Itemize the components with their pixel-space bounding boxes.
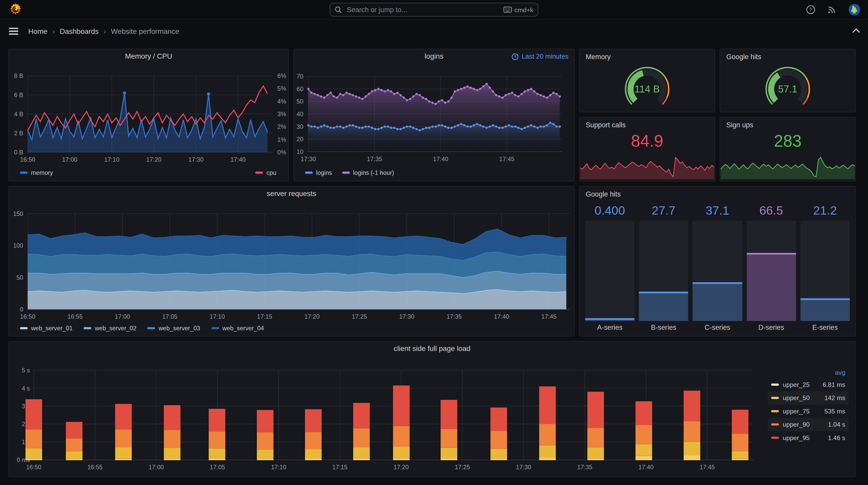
legend-item-web-server-03[interactable]: web_server_03: [148, 325, 200, 332]
logins-point: [470, 126, 472, 128]
client-load-chart[interactable]: 0 ms1 s2 s3 s4 s5 s16:5016:5517:0017:051…: [9, 342, 857, 478]
legend-item-memory[interactable]: memory: [20, 169, 53, 176]
logins-chart[interactable]: 1020304050607017:3017:3517:4017:45: [294, 49, 575, 182]
bar-gauge-column-E-series[interactable]: 21.2E-series: [800, 203, 850, 332]
panel-memory-cpu: Memory / CPU memorycpu 0 B2 B4 B6 B8 B16…: [8, 49, 289, 182]
legend-swatch: [148, 327, 155, 329]
x-tick-label: 17:05: [162, 313, 178, 320]
stacked-bar-segment-upper_50: [732, 459, 748, 460]
menu-toggle-icon[interactable]: [9, 28, 18, 35]
logins (-1 hour)-point: [555, 93, 558, 95]
stacked-bar-segment-upper_90: [26, 429, 42, 448]
legend-item-upper_90[interactable]: upper_901.04 s: [768, 418, 848, 431]
legend-swatch: [771, 437, 779, 439]
logins (-1 hour)-point: [393, 93, 396, 95]
stacked-bar-segment-upper_50: [393, 458, 409, 460]
bar-gauge-fill: [693, 282, 742, 321]
x-tick-label: 17:40: [230, 156, 246, 163]
stacked-bar-segment-upper_50: [209, 458, 225, 460]
stacked-bar-segment-upper_50: [66, 459, 83, 460]
stacked-bar-segment-upper_95: [115, 404, 132, 429]
grafana-logo-icon[interactable]: [9, 3, 22, 17]
breadcrumb-dashboards[interactable]: Dashboards: [60, 27, 98, 35]
help-icon[interactable]: ?: [806, 5, 815, 14]
bar-gauge-column-D-series[interactable]: 66.5D-series: [747, 203, 796, 332]
legend-label: logins (-1 hour): [353, 169, 394, 176]
y-right-tick-label: 2%: [277, 124, 286, 130]
logins (-1 hour)-point: [501, 97, 504, 99]
y-tick-label: 50: [297, 98, 303, 105]
panel-title-client-load[interactable]: client side full page load: [9, 344, 855, 353]
panel-title-google-hits-bars[interactable]: Google hits: [586, 190, 621, 198]
stacked-bar-segment-upper_50: [257, 459, 273, 460]
memory-series-point: [207, 92, 210, 96]
legend-item-cpu[interactable]: cpu: [255, 169, 276, 176]
panel-title-google-hits-gauge[interactable]: Google hits: [726, 53, 761, 61]
logins (-1 hour)-point: [473, 88, 475, 90]
stacked-bar-segment-upper_95: [684, 391, 700, 421]
legend-label: upper_50: [783, 395, 820, 401]
legend-item-upper_50[interactable]: upper_50142 ms: [768, 391, 848, 405]
y-tick-label: 20: [297, 136, 303, 142]
stacked-bar-segment-upper_75: [491, 449, 507, 459]
logins (-1 hour)-point: [521, 93, 523, 95]
legend-item-web-server-02[interactable]: web_server_02: [84, 325, 136, 332]
legend-item-upper_25[interactable]: upper_256.81 ms: [768, 378, 848, 391]
logins (-1 hour)-point: [540, 94, 542, 96]
stacked-bar-segment-upper_95: [353, 403, 370, 428]
y-right-tick-label: 6%: [277, 72, 286, 79]
x-tick-label: 17:20: [304, 313, 319, 320]
stacked-bar-segment-upper_95: [587, 392, 604, 428]
logins (-1 hour)-point: [342, 94, 345, 96]
panel-title-memory-cpu[interactable]: Memory / CPU: [9, 52, 288, 60]
legend-label: web_server_02: [95, 325, 136, 332]
search-box[interactable]: cmd+k: [330, 3, 538, 17]
logins-point: [400, 128, 402, 130]
user-avatar[interactable]: [848, 3, 861, 16]
panel-title-sign-ups[interactable]: Sign ups: [726, 121, 753, 129]
logins (-1 hour)-point: [383, 90, 386, 93]
logins (-1 hour)-point: [428, 100, 431, 103]
stacked-bar-segment-upper_75: [441, 448, 457, 459]
stacked-bar-segment-upper_90: [305, 432, 322, 449]
stacked-bar-segment-upper_50: [539, 458, 556, 460]
logins (-1 hour)-point: [330, 92, 332, 94]
stacked-bar-segment-upper_25: [164, 460, 180, 460]
time-range-link[interactable]: Last 20 minutes: [512, 53, 568, 60]
legend-client-load: avgupper_256.81 msupper_50142 msupper_75…: [768, 367, 848, 445]
logins (-1 hour)-point: [552, 92, 555, 94]
y-tick-label: 150: [13, 211, 23, 217]
stacked-bar-segment-upper_90: [115, 429, 132, 447]
web_server_01-band: [28, 290, 566, 310]
x-tick-label: 17:20: [394, 464, 409, 471]
bar-gauge-column-B-series[interactable]: 27.7B-series: [639, 203, 688, 332]
memory-cpu-chart[interactable]: 0 B2 B4 B6 B8 B16:5017:0017:1017:2017:30…: [9, 49, 289, 182]
logins (-1 hour)-point: [326, 94, 329, 96]
stacked-bar-segment-upper_90: [441, 429, 457, 448]
bar-gauge-column-A-series[interactable]: 0.400A-series: [585, 203, 634, 332]
panel-logins: logins Last 20 minutes loginslogins (-1 …: [293, 49, 575, 182]
legend-item-logins[interactable]: logins: [305, 169, 332, 176]
collapse-chevron-up-icon[interactable]: [852, 26, 860, 36]
bar-gauge-fill: [639, 292, 688, 321]
panel-title-server-requests[interactable]: server requests: [9, 189, 574, 198]
bar-gauge-column-C-series[interactable]: 37.1C-series: [693, 203, 742, 332]
legend-item-web-server-04[interactable]: web_server_04: [211, 325, 264, 332]
legend-label: web_server_04: [222, 325, 264, 332]
legend-item-upper_75[interactable]: upper_75535 ms: [768, 405, 848, 418]
legend-item-upper_95[interactable]: upper_951.46 s: [768, 431, 848, 444]
panel-sign-ups: Sign ups 283: [720, 117, 856, 182]
breadcrumb-home[interactable]: Home: [28, 27, 47, 35]
legend-item-web-server-01[interactable]: web_server_01: [20, 325, 72, 332]
server-requests-chart[interactable]: 05010015016:5016:5517:0017:0517:1017:151…: [9, 187, 575, 337]
x-tick-label: 17:10: [210, 313, 225, 320]
stacked-bar-segment-upper_75: [353, 447, 370, 458]
search-input[interactable]: [346, 5, 499, 14]
logins (-1 hour)-point: [409, 98, 411, 100]
panel-title-memory-gauge[interactable]: Memory: [586, 53, 611, 61]
rss-news-icon[interactable]: [827, 5, 836, 14]
stacked-bar-segment-upper_25: [539, 460, 556, 460]
legend-item-logins-1-hour-[interactable]: logins (-1 hour): [342, 169, 394, 176]
panel-client-load: client side full page load avgupper_256.…: [8, 341, 856, 477]
panel-title-support-calls[interactable]: Support calls: [586, 121, 626, 129]
